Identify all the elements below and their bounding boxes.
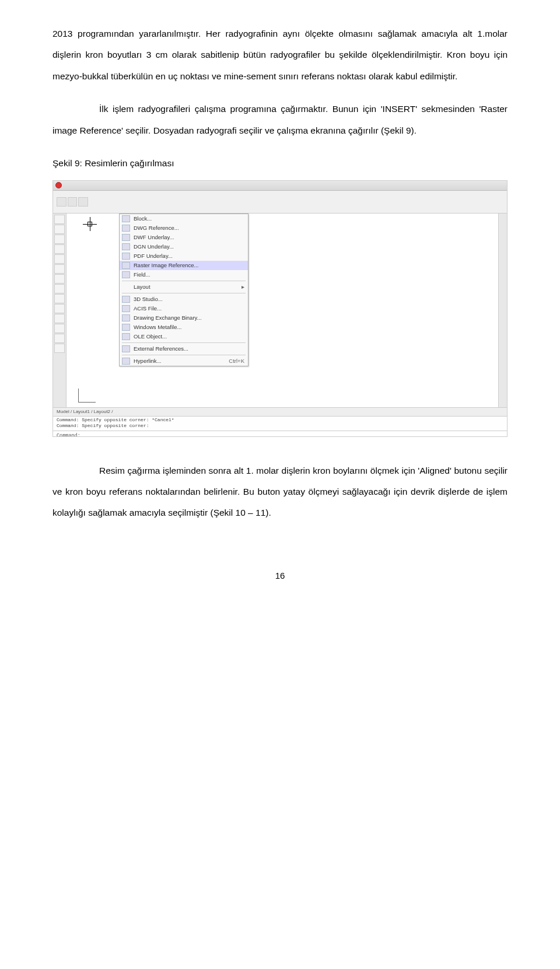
menu-item-acis-file[interactable]: ACIS File... xyxy=(120,304,248,313)
left-tool-palette xyxy=(53,214,66,407)
tool-button[interactable] xyxy=(54,274,65,284)
tool-button[interactable] xyxy=(54,235,65,244)
menu-item-dwg-reference[interactable]: DWG Reference... xyxy=(120,223,248,233)
menu-item-raster-image-reference[interactable]: Raster Image Reference... xyxy=(120,261,248,270)
block-icon xyxy=(122,215,130,222)
studio-icon xyxy=(122,296,130,303)
command-history: Command: Specify opposite corner: *Cance… xyxy=(53,416,507,431)
hyperlink-icon xyxy=(122,358,130,365)
submenu-arrow-icon: ▸ xyxy=(242,284,244,290)
menu-item-label: Windows Metafile... xyxy=(134,324,181,330)
menu-item-hyperlink[interactable]: Hyperlink... Ctrl+K xyxy=(120,356,248,366)
insert-context-menu: Block... DWG Reference... DWF Underlay..… xyxy=(119,214,249,366)
menu-item-label: DWF Underlay... xyxy=(134,234,174,240)
tool-button[interactable] xyxy=(54,254,65,264)
crosshair-icon xyxy=(88,222,92,226)
ribbon-tab[interactable] xyxy=(57,197,66,207)
ribbon-tabs[interactable] xyxy=(57,197,88,207)
menu-item-label: DGN Underlay... xyxy=(134,243,174,250)
menu-item-label: OLE Object... xyxy=(134,333,167,340)
menu-hotkey: Ctrl+K xyxy=(229,358,244,364)
figure-caption: Şekil 9: Resimlerin çağırılması xyxy=(52,153,508,174)
body-paragraph-1: 2013 programından yararlanılmıştır. Her … xyxy=(52,23,508,87)
dwf-underlay-icon xyxy=(122,234,130,241)
body-paragraph-3: Resim çağırma işleminden sonra alt 1. mo… xyxy=(52,460,508,524)
command-prompt-label: Command: xyxy=(57,433,80,437)
field-icon xyxy=(122,271,130,278)
tool-button[interactable] xyxy=(54,304,65,313)
tool-button[interactable] xyxy=(54,314,65,323)
ribbon-bar xyxy=(53,191,507,214)
xref-icon xyxy=(122,345,130,352)
ribbon-tab[interactable] xyxy=(68,197,78,207)
menu-item-dwf-underlay[interactable]: DWF Underlay... xyxy=(120,233,248,242)
pdf-underlay-icon xyxy=(122,253,130,260)
menu-item-block[interactable]: Block... xyxy=(120,214,248,223)
menu-item-field[interactable]: Field... xyxy=(120,270,248,279)
menu-separator xyxy=(122,342,246,343)
command-input-row[interactable]: Command: xyxy=(53,431,507,437)
menu-item-3d-studio[interactable]: 3D Studio... xyxy=(120,295,248,304)
blank-icon xyxy=(122,284,130,291)
menu-item-label: 3D Studio... xyxy=(134,296,163,302)
figure-screenshot: Block... DWG Reference... DWF Underlay..… xyxy=(52,180,508,437)
drawing-area: Block... DWG Reference... DWF Underlay..… xyxy=(53,214,507,407)
menu-item-layout[interactable]: Layout ▸ xyxy=(120,282,248,292)
tool-button[interactable] xyxy=(54,284,65,293)
command-history-line: Command: Specify opposite corner: *Cance… xyxy=(57,417,503,423)
dxb-icon xyxy=(122,314,130,321)
menu-item-label: Field... xyxy=(134,271,150,278)
acis-icon xyxy=(122,305,130,312)
tool-button[interactable] xyxy=(54,225,65,234)
menu-item-dgn-underlay[interactable]: DGN Underlay... xyxy=(120,242,248,251)
tool-button[interactable] xyxy=(54,334,65,343)
tool-button[interactable] xyxy=(54,264,65,274)
window-titlebar xyxy=(53,181,507,191)
layout-tabs-text: Model / Layout1 / Layout2 / xyxy=(57,409,113,414)
tool-button[interactable] xyxy=(54,244,65,254)
wmf-icon xyxy=(122,324,130,331)
tool-button[interactable] xyxy=(54,344,65,353)
ribbon-tab[interactable] xyxy=(78,197,88,207)
menu-item-ole-object[interactable]: OLE Object... xyxy=(120,332,248,341)
dgn-underlay-icon xyxy=(122,243,130,250)
menu-item-label: DWG Reference... xyxy=(134,225,179,231)
menu-separator xyxy=(122,281,246,281)
command-history-line: Command: Specify opposite corner: xyxy=(57,423,503,429)
menu-item-label: Hyperlink... xyxy=(134,358,162,364)
tool-button[interactable] xyxy=(54,294,65,303)
body-paragraph-2: İlk işlem radyografileri çalışma program… xyxy=(52,99,508,141)
menu-item-label: PDF Underlay... xyxy=(134,253,173,259)
window-control-icon[interactable] xyxy=(55,182,62,188)
page-number: 16 xyxy=(52,571,508,580)
menu-item-dxb[interactable]: Drawing Exchange Binary... xyxy=(120,313,248,323)
canvas[interactable]: Block... DWG Reference... DWF Underlay..… xyxy=(66,214,498,407)
menu-item-pdf-underlay[interactable]: PDF Underlay... xyxy=(120,251,248,261)
menu-item-label: Drawing Exchange Binary... xyxy=(134,314,202,321)
tool-button[interactable] xyxy=(54,324,65,333)
scrollbar[interactable] xyxy=(498,214,507,407)
menu-item-windows-metafile[interactable]: Windows Metafile... xyxy=(120,323,248,332)
dwg-ref-icon xyxy=(122,225,130,232)
raster-image-icon xyxy=(122,262,130,269)
menu-item-external-references[interactable]: External References... xyxy=(120,344,248,354)
menu-item-label: External References... xyxy=(134,345,188,352)
menu-item-label: Block... xyxy=(134,215,152,222)
menu-item-label: Raster Image Reference... xyxy=(134,262,198,268)
menu-separator xyxy=(122,355,246,355)
menu-item-label: ACIS File... xyxy=(134,305,162,312)
ucs-icon xyxy=(78,379,113,403)
layout-tabs[interactable]: Model / Layout1 / Layout2 / xyxy=(53,407,507,416)
tool-button[interactable] xyxy=(54,215,65,224)
menu-item-label: Layout xyxy=(134,284,150,290)
ole-icon xyxy=(122,333,130,340)
menu-separator xyxy=(122,293,246,293)
